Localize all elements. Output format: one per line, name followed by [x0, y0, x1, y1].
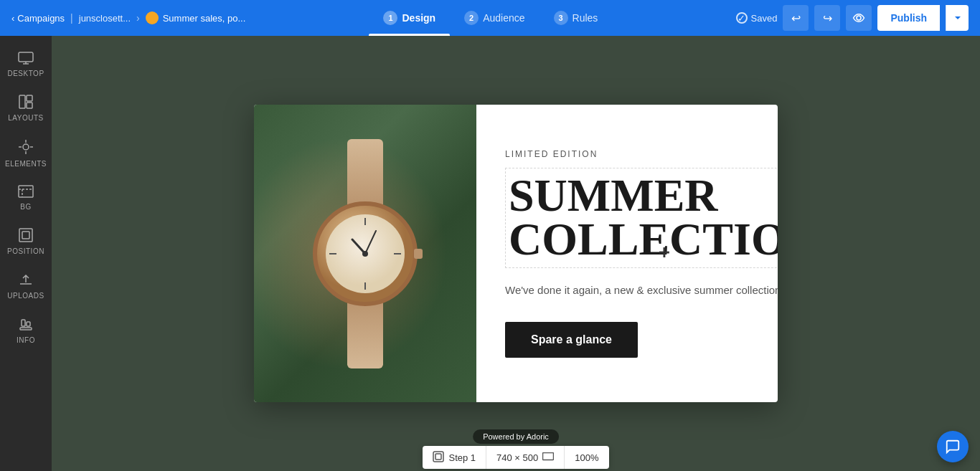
- sidebar-layouts-label: LAYOUTS: [8, 114, 43, 122]
- svg-rect-9: [20, 328, 32, 330]
- tab-design[interactable]: 1 Design: [369, 0, 450, 36]
- campaigns-link[interactable]: Campaigns: [17, 13, 65, 24]
- svg-rect-3: [27, 95, 32, 101]
- saved-status: ✓ Saved: [736, 12, 778, 24]
- campaign-name: Summer sales, po...: [163, 13, 246, 24]
- breadcrumb: ‹ Campaigns | junsclosett... › Summer sa…: [11, 11, 245, 24]
- breadcrumb-arrow: ›: [136, 12, 140, 24]
- modal-image-panel: [254, 105, 476, 402]
- sidebar-bg-label: BG: [20, 203, 31, 211]
- undo-button[interactable]: ↩: [783, 5, 809, 31]
- sidebar-uploads-label: UPLOADS: [7, 292, 44, 300]
- popup-modal: × LIMITED EDITION SUMMER COLLECTION ✛ We…: [254, 105, 778, 402]
- bg-icon: [18, 185, 34, 200]
- campaign-status-dot: [146, 11, 159, 24]
- collection-description: We've done it again, a new & exclusive s…: [505, 282, 778, 299]
- collection-title: SUMMER COLLECTION ✛: [505, 168, 778, 268]
- sidebar-item-elements[interactable]: ELEMENTS: [0, 132, 52, 175]
- sidebar-item-position[interactable]: POSITION: [0, 221, 52, 262]
- tab-design-label: Design: [402, 12, 435, 24]
- info-icon: [19, 317, 33, 333]
- sidebar-desktop-label: DESKTOP: [7, 70, 44, 77]
- svg-rect-4: [27, 103, 32, 108]
- tab-rules-num: 3: [554, 11, 568, 25]
- desktop-icon: [18, 52, 34, 67]
- title-line1: SUMMER: [509, 174, 778, 218]
- sidebar-elements-label: ELEMENTS: [5, 160, 47, 168]
- tab-design-num: 1: [383, 11, 397, 25]
- chevron-left-icon: ‹: [11, 13, 14, 24]
- svg-rect-23: [414, 249, 423, 259]
- saved-check-icon: ✓: [736, 12, 748, 24]
- sidebar: DESKTOP LAYOUTS ELEMENTS BG: [0, 36, 52, 471]
- bottom-bar-inner: Step 1 740 × 500 100%: [423, 446, 608, 469]
- zoom-value: 100%: [575, 452, 598, 463]
- canvas-area: × LIMITED EDITION SUMMER COLLECTION ✛ We…: [52, 36, 980, 471]
- svg-rect-24: [433, 452, 443, 462]
- breadcrumb-separator: |: [70, 12, 73, 24]
- store-crumb[interactable]: junsclosett...: [79, 13, 131, 24]
- elements-icon: [18, 139, 34, 157]
- tab-rules-label: Rules: [573, 12, 598, 24]
- dimensions-display: 740 × 500: [486, 446, 565, 469]
- svg-rect-12: [347, 139, 383, 211]
- sidebar-info-label: INFO: [17, 336, 35, 344]
- campaign-crumb: Summer sales, po...: [146, 11, 246, 24]
- svg-rect-26: [543, 452, 554, 460]
- modal-container: × LIMITED EDITION SUMMER COLLECTION ✛ We…: [254, 105, 778, 402]
- desktop-small-icon: [542, 452, 554, 463]
- bottom-toolbar: Step 1 740 × 500 100%: [52, 444, 980, 471]
- powered-by-label: Powered by Adoric: [473, 429, 559, 444]
- back-to-campaigns[interactable]: ‹ Campaigns: [11, 13, 65, 24]
- title-line2: COLLECTION: [509, 218, 778, 262]
- svg-rect-25: [435, 454, 441, 460]
- watch-background: [254, 105, 476, 402]
- sidebar-item-desktop[interactable]: DESKTOP: [0, 44, 52, 85]
- position-icon: [19, 228, 33, 244]
- chat-icon: [945, 439, 961, 455]
- svg-rect-2: [19, 95, 25, 108]
- publish-button[interactable]: Publish: [877, 5, 940, 31]
- chat-button[interactable]: [937, 431, 969, 462]
- svg-point-5: [23, 144, 29, 150]
- svg-rect-11: [27, 322, 30, 326]
- watch-illustration: [286, 125, 444, 383]
- sidebar-item-uploads[interactable]: UPLOADS: [0, 265, 52, 307]
- svg-rect-1: [19, 52, 33, 62]
- sidebar-item-info[interactable]: INFO: [0, 310, 52, 351]
- svg-rect-13: [347, 297, 383, 368]
- uploads-icon: [19, 272, 33, 289]
- redo-button[interactable]: ↪: [814, 5, 840, 31]
- step-icon: [433, 451, 444, 465]
- publish-dropdown-button[interactable]: [946, 5, 969, 31]
- sidebar-item-layouts[interactable]: LAYOUTS: [0, 87, 52, 129]
- dimensions-value: 740 × 500: [496, 452, 538, 463]
- svg-rect-6: [19, 186, 33, 197]
- tab-audience-label: Audience: [483, 12, 524, 24]
- svg-rect-10: [22, 320, 25, 326]
- sidebar-item-bg[interactable]: BG: [0, 178, 52, 218]
- zoom-control[interactable]: 100%: [565, 446, 608, 469]
- sidebar-position-label: POSITION: [7, 247, 44, 255]
- modal-content-panel: × LIMITED EDITION SUMMER COLLECTION ✛ We…: [476, 105, 778, 402]
- top-navigation: ‹ Campaigns | junsclosett... › Summer sa…: [0, 0, 980, 36]
- layouts-icon: [19, 95, 33, 111]
- tab-rules[interactable]: 3 Rules: [540, 0, 613, 36]
- svg-rect-7: [19, 229, 32, 242]
- step-indicator[interactable]: Step 1: [423, 446, 486, 469]
- saved-label: Saved: [751, 13, 778, 24]
- cta-button[interactable]: Spare a glance: [505, 322, 638, 358]
- svg-point-0: [857, 16, 861, 20]
- tab-audience-num: 2: [464, 11, 479, 25]
- limited-edition-label: LIMITED EDITION: [505, 149, 778, 159]
- svg-rect-8: [22, 232, 29, 239]
- step-label: Step 1: [448, 452, 476, 463]
- step-tabs: 1 Design 2 Audience 3 Rules: [254, 0, 727, 36]
- tab-audience[interactable]: 2 Audience: [450, 0, 539, 36]
- top-right-actions: ✓ Saved ↩ ↪ Publish: [736, 5, 969, 31]
- svg-point-22: [362, 251, 368, 257]
- preview-button[interactable]: [846, 5, 872, 31]
